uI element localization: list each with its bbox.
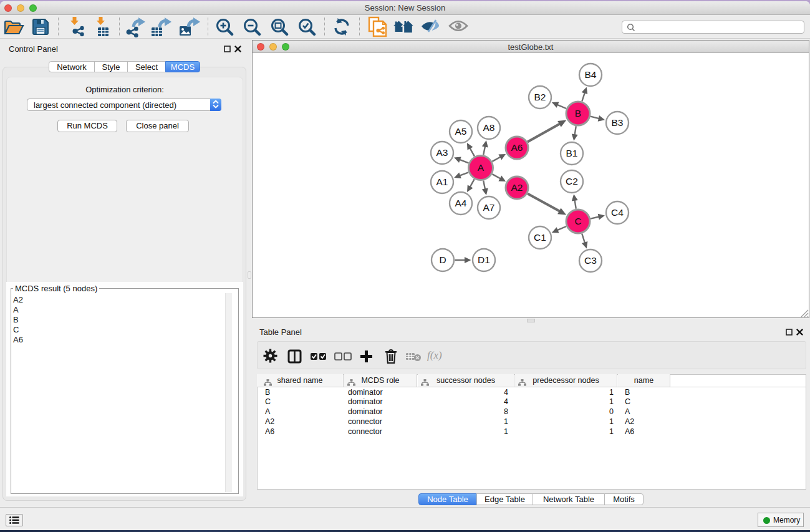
svg-text:C3: C3 xyxy=(584,255,597,266)
svg-text:A2: A2 xyxy=(511,182,523,193)
svg-text:B: B xyxy=(575,108,581,118)
svg-text:B1: B1 xyxy=(566,148,578,158)
svg-text:A8: A8 xyxy=(483,122,495,133)
svg-text:A7: A7 xyxy=(483,202,495,213)
svg-text:C: C xyxy=(574,216,581,226)
svg-text:B3: B3 xyxy=(612,117,624,128)
svg-text:C2: C2 xyxy=(566,176,578,186)
svg-text:A: A xyxy=(478,162,485,173)
svg-text:D: D xyxy=(439,254,446,265)
svg-text:A1: A1 xyxy=(436,177,448,187)
svg-text:A5: A5 xyxy=(455,126,467,137)
svg-text:C1: C1 xyxy=(534,232,546,243)
svg-text:B2: B2 xyxy=(534,92,546,102)
svg-text:A3: A3 xyxy=(436,147,448,158)
svg-text:A6: A6 xyxy=(511,142,523,153)
svg-text:B4: B4 xyxy=(585,69,597,80)
svg-text:D1: D1 xyxy=(478,254,490,265)
svg-text:C4: C4 xyxy=(611,207,624,218)
svg-text:A4: A4 xyxy=(455,198,467,208)
